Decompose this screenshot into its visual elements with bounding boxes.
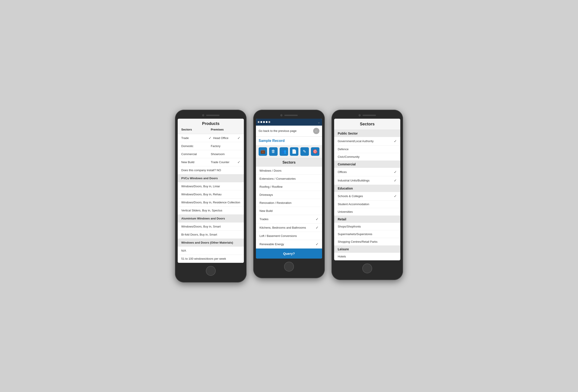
sector-label: Commercial bbox=[181, 152, 211, 156]
sectors-item-name: Supermarkets/Superstores bbox=[338, 232, 372, 236]
sectors-item-row[interactable]: Civic/Community bbox=[334, 153, 400, 161]
sectors-item-name: Industrial Units/Buildings bbox=[338, 179, 370, 182]
back-arrow-icon[interactable]: ← bbox=[313, 128, 319, 134]
browser-chevron-icon[interactable]: ⌄ bbox=[317, 120, 320, 124]
products-row: N/A bbox=[178, 247, 244, 255]
sectors-item-row[interactable]: Universities bbox=[334, 208, 400, 216]
col-header-premises: Premises bbox=[211, 128, 240, 131]
sector-row[interactable]: Trades✓ bbox=[256, 215, 322, 224]
left-checkmark: ✓ bbox=[208, 136, 211, 140]
sector-label: Domestic bbox=[181, 144, 211, 148]
sectors-list-2: Windows / DoorsExtensions / Conservatori… bbox=[256, 167, 322, 248]
sector-row[interactable]: Renovation / Restoration bbox=[256, 199, 322, 207]
products-row: Bi-fold Doors, Buy in, Smart bbox=[178, 231, 244, 239]
home-button-1[interactable] bbox=[206, 266, 216, 276]
sector-name-label: Driveways bbox=[259, 193, 273, 196]
sectors-item-row[interactable]: Shopping Centres/Retail Parks bbox=[334, 238, 400, 245]
products-row: Windows/Doors, Buy in, Liniar bbox=[178, 182, 244, 191]
section-header-label: PVCu Windows and Doors bbox=[181, 177, 240, 180]
speaker-3 bbox=[363, 115, 376, 116]
sectors-item-row[interactable]: Defence bbox=[334, 146, 400, 153]
sector-row[interactable]: Driveways bbox=[256, 191, 322, 199]
edit-icon[interactable]: ✎ bbox=[300, 147, 309, 156]
sector-name-label: Trades bbox=[259, 217, 268, 221]
sector-checkmark: ✓ bbox=[316, 217, 319, 221]
sector-name-label: Loft / Basement Conversions bbox=[259, 234, 297, 238]
sector-row[interactable]: Kitchens, Bedrooms and Bathrooms✓ bbox=[256, 224, 322, 232]
phone-2-top bbox=[256, 114, 322, 116]
phone-3-screen: Sectors Public SectorGovernment/Local Au… bbox=[334, 119, 400, 260]
sector-row[interactable]: Extensions / Conservatories bbox=[256, 175, 322, 183]
sector-name-label: Renovation / Restoration bbox=[259, 201, 291, 204]
sectors-item-checkmark: ✓ bbox=[394, 139, 397, 143]
back-text: Go back to the previous page bbox=[259, 129, 297, 133]
right-checkmark: ✓ bbox=[237, 160, 240, 164]
sectors-item-row[interactable]: Offices✓ bbox=[334, 168, 400, 176]
sector-label: Trade bbox=[181, 136, 208, 140]
products-list: Trade✓Head Office✓DomesticFactoryCommerc… bbox=[178, 134, 244, 263]
sector-name-label: Windows / Doors bbox=[259, 169, 281, 172]
sectors-item-row[interactable]: Government/Local Authority✓ bbox=[334, 137, 400, 146]
sectors-item-name: Schools & Colleges bbox=[338, 195, 363, 198]
dot-4 bbox=[266, 121, 268, 123]
sectors-item-name: Government/Local Authority bbox=[338, 140, 374, 143]
section-header-label: Windows and Doors (Other Materials) bbox=[181, 241, 240, 244]
premise-label: Factory bbox=[211, 144, 240, 148]
sector-checkmark: ✓ bbox=[316, 226, 319, 230]
sector-name-label: New Build bbox=[259, 209, 273, 212]
premise-label: Trade Counter✓ bbox=[211, 160, 240, 164]
premise-label: Head Office✓ bbox=[213, 136, 241, 140]
home-button-2[interactable] bbox=[284, 262, 294, 272]
sector-name-label: Roofing / Roofline bbox=[259, 185, 283, 188]
sectors-item-row[interactable]: Industrial Units/Buildings✓ bbox=[334, 176, 400, 185]
full-row-text: Windows/Doors, Buy in, Smart bbox=[181, 225, 240, 228]
camera-icon bbox=[202, 114, 204, 116]
sectors-item-row[interactable]: Hotels bbox=[334, 253, 400, 260]
location-icon[interactable]: 🎯 bbox=[311, 147, 319, 156]
query-button[interactable]: Query? bbox=[256, 248, 322, 259]
phone-1-bottom bbox=[178, 266, 244, 276]
phone-2: ⌄ Go back to the previous page ← Sample … bbox=[253, 110, 325, 278]
briefcase-icon[interactable]: 💼 bbox=[259, 147, 267, 156]
products-row: Does this company install? NO bbox=[178, 166, 244, 174]
phone-3-bottom bbox=[334, 263, 400, 273]
sector-checkmark: ✓ bbox=[316, 242, 319, 246]
document-icon[interactable]: 📄 bbox=[290, 147, 298, 156]
sectors-item-name: Shops/Shopfronts bbox=[338, 225, 361, 228]
products-row: New BuildTrade Counter✓ bbox=[178, 158, 244, 166]
products-row: Windows/Doors, Buy in, Rehau bbox=[178, 191, 244, 198]
section-header-label: Aluminium Windows and Doors bbox=[181, 217, 240, 220]
premise-label: Showroom bbox=[211, 152, 240, 156]
trash-icon[interactable]: 🗑 bbox=[269, 147, 278, 156]
sector-row[interactable]: New Build bbox=[256, 207, 322, 215]
phone-2-screen: ⌄ Go back to the previous page ← Sample … bbox=[256, 119, 322, 259]
sectors-item-row[interactable]: Supermarkets/Superstores bbox=[334, 230, 400, 238]
full-row-text: Vertical Sliders, Buy in, Spectus bbox=[181, 209, 240, 212]
full-row-text: N/A bbox=[181, 249, 240, 252]
sector-row[interactable]: Renewable Energy✓ bbox=[256, 240, 322, 248]
sectors-item-row[interactable]: Shops/Shopfronts bbox=[334, 223, 400, 230]
sector-row[interactable]: Windows / Doors bbox=[256, 167, 322, 175]
sectors-item-checkmark: ✓ bbox=[394, 178, 397, 183]
sectors-item-name: Universities bbox=[338, 210, 353, 213]
products-col-headers: Sectors Premises bbox=[181, 128, 240, 131]
sector-name-label: Renewable Energy bbox=[259, 243, 284, 246]
sector-label: New Build bbox=[181, 160, 211, 164]
people-icon[interactable]: 👥 bbox=[280, 147, 288, 156]
browser-dots bbox=[258, 121, 270, 123]
sectors-section-header: Commercial bbox=[334, 161, 400, 168]
sector-row[interactable]: Roofing / Roofline bbox=[256, 183, 322, 191]
home-button-3[interactable] bbox=[362, 263, 372, 273]
sectors-item-name: Shopping Centres/Retail Parks bbox=[338, 240, 378, 243]
camera-icon-2 bbox=[280, 114, 283, 116]
sector-row[interactable]: Loft / Basement Conversions bbox=[256, 232, 322, 240]
record-title-bar: Sample Record bbox=[256, 137, 322, 145]
full-row-text: Windows/Doors, Buy in, Liniar bbox=[181, 185, 240, 188]
phone-2-bottom bbox=[256, 262, 322, 272]
sector-name-label: Extensions / Conservatories bbox=[259, 177, 296, 180]
back-bar[interactable]: Go back to the previous page ← bbox=[256, 126, 322, 137]
sectors-item-row[interactable]: Schools & Colleges✓ bbox=[334, 192, 400, 200]
sectors-item-row[interactable]: Student Accommodation bbox=[334, 200, 400, 208]
full-row-text: Windows/Doors, Buy in, Residence Collect… bbox=[181, 201, 240, 204]
record-title: Sample Record bbox=[259, 139, 285, 143]
